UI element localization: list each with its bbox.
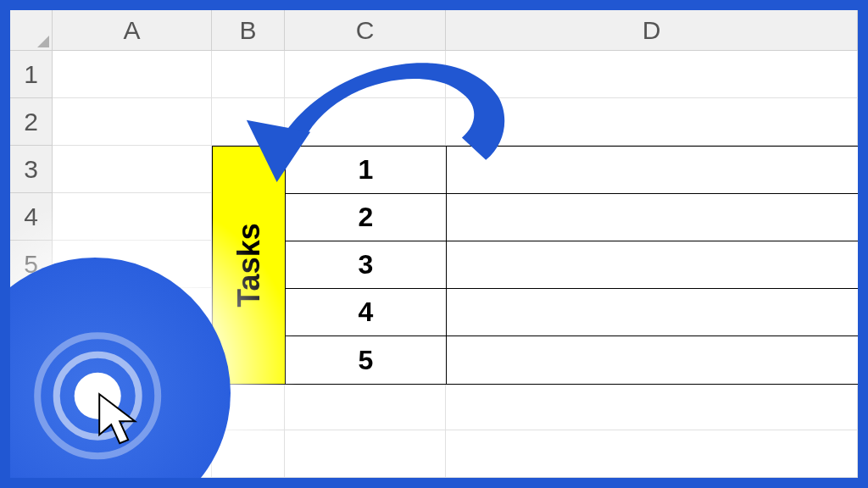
row-header-3[interactable]: 3 [10, 146, 53, 193]
task-number-cell[interactable]: 1 [286, 147, 447, 194]
column-header-B[interactable]: B [212, 10, 285, 51]
row-header-4[interactable]: 4 [10, 193, 53, 241]
task-desc-cell[interactable] [447, 289, 858, 336]
column-header-D[interactable]: D [446, 10, 858, 51]
app-frame: A B C D 1 2 3 4 5 6 [10, 10, 858, 478]
column-header-A[interactable]: A [53, 10, 212, 51]
column-headers: A B C D [10, 10, 858, 51]
column-header-C[interactable]: C [285, 10, 446, 51]
task-number-cell[interactable]: 5 [286, 336, 447, 384]
row-header-2[interactable]: 2 [10, 98, 53, 146]
task-desc-cell[interactable] [447, 336, 858, 384]
select-all-corner[interactable] [10, 10, 53, 51]
tasks-label: Tasks [231, 223, 267, 307]
task-number-cell[interactable]: 4 [286, 289, 447, 336]
click-rings-icon [30, 328, 165, 463]
tasks-table: Tasks 1 2 3 4 5 [212, 146, 858, 385]
cursor-icon [92, 391, 152, 450]
task-number-cell[interactable]: 3 [286, 241, 447, 289]
task-desc-cell[interactable] [447, 241, 858, 289]
task-number-cell[interactable]: 2 [286, 194, 447, 241]
task-desc-cell[interactable] [447, 194, 858, 241]
task-desc-cell[interactable] [447, 147, 858, 194]
tasks-header-cell[interactable]: Tasks [213, 147, 286, 384]
row-header-1[interactable]: 1 [10, 51, 53, 98]
